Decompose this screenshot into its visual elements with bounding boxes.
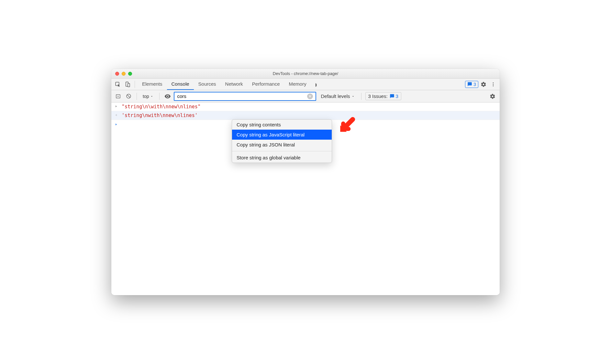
tab-console[interactable]: Console	[167, 79, 194, 90]
maximize-button[interactable]	[128, 72, 132, 76]
window-title: DevTools - chrome://new-tab-page/	[111, 71, 500, 76]
console-settings-icon[interactable]	[488, 92, 497, 101]
tabs-row: Elements Console Sources Network Perform…	[111, 79, 500, 90]
inspect-element-icon[interactable]	[113, 80, 122, 89]
chevron-down-icon	[150, 95, 153, 98]
live-expression-icon[interactable]	[163, 92, 172, 101]
menu-copy-string-json-literal[interactable]: Copy string as JSON literal	[232, 140, 332, 150]
menu-copy-string-js-literal[interactable]: Copy string as JavaScript literal	[232, 130, 332, 140]
menu-copy-string-contents[interactable]: Copy string contents	[232, 120, 332, 130]
tab-elements[interactable]: Elements	[138, 79, 167, 90]
issues-count: 3	[396, 93, 398, 99]
tab-memory[interactable]: Memory	[284, 79, 311, 90]
issues-counter[interactable]: 3 Issues: 3	[365, 92, 401, 100]
clear-filter-icon[interactable]: ✕	[307, 93, 313, 99]
context-selector[interactable]: top	[141, 94, 155, 99]
sidebar-toggle-icon[interactable]	[114, 92, 122, 101]
separator	[135, 81, 135, 88]
more-options-icon[interactable]	[489, 80, 498, 89]
filter-text-field[interactable]	[177, 93, 307, 99]
tab-performance[interactable]: Performance	[248, 79, 284, 90]
menu-store-global-variable[interactable]: Store string as global variable	[232, 153, 332, 163]
close-button[interactable]	[115, 72, 119, 76]
tab-label: Network	[225, 81, 243, 87]
console-output-line[interactable]: 'string\nwith\nnew\nlines'	[111, 111, 500, 120]
tab-label: Sources	[198, 81, 216, 87]
tab-label: Memory	[289, 81, 306, 87]
more-tabs-button[interactable]	[312, 82, 321, 87]
code-text: "string\n\with\nnew\nlines"	[122, 104, 201, 110]
separator	[159, 93, 160, 100]
svg-point-5	[493, 85, 494, 86]
chevron-down-icon	[351, 95, 355, 98]
levels-label: Default levels	[321, 93, 350, 99]
badge-count: 3	[473, 82, 476, 87]
message-icon	[390, 94, 394, 99]
output-arrow-icon	[115, 113, 118, 117]
minimize-button[interactable]	[122, 72, 126, 76]
tab-label: Console	[172, 81, 189, 87]
svg-point-8	[117, 115, 117, 115]
log-levels-selector[interactable]: Default levels	[318, 93, 357, 99]
tab-label: Elements	[142, 81, 162, 87]
settings-icon[interactable]	[479, 80, 488, 89]
device-toolbar-icon[interactable]	[123, 80, 132, 89]
menu-separator	[232, 151, 332, 151]
tab-network[interactable]: Network	[221, 79, 248, 90]
titlebar: DevTools - chrome://new-tab-page/	[111, 69, 500, 79]
issues-label: 3 Issues:	[368, 93, 388, 99]
context-menu: Copy string contents Copy string as Java…	[232, 119, 332, 163]
console-toolbar: top ✕ Default levels 3 Issues: 3	[111, 90, 500, 102]
svg-rect-2	[128, 83, 130, 87]
tab-label: Performance	[252, 81, 280, 87]
traffic-lights	[115, 72, 132, 76]
console-input-line[interactable]: "string\n\with\nnew\nlines"	[111, 102, 500, 111]
filter-input[interactable]: ✕	[174, 92, 316, 101]
console-output[interactable]: "string\n\with\nnew\nlines" 'string\nwit…	[111, 102, 500, 295]
context-label: top	[143, 94, 149, 99]
clear-console-icon[interactable]	[124, 92, 133, 101]
tab-sources[interactable]: Sources	[194, 79, 221, 90]
messages-badge[interactable]: 3	[465, 81, 478, 88]
input-arrow-icon	[115, 104, 118, 108]
code-text: 'string\nwith\nnew\nlines'	[122, 112, 198, 118]
message-icon	[467, 82, 472, 87]
separator	[137, 93, 137, 100]
separator	[361, 93, 361, 100]
tabs-list: Elements Console Sources Network Perform…	[138, 79, 311, 90]
svg-point-4	[493, 84, 494, 85]
prompt-arrow-icon	[115, 123, 118, 126]
svg-point-3	[493, 82, 494, 83]
devtools-window: DevTools - chrome://new-tab-page/ Elemen…	[111, 69, 500, 295]
